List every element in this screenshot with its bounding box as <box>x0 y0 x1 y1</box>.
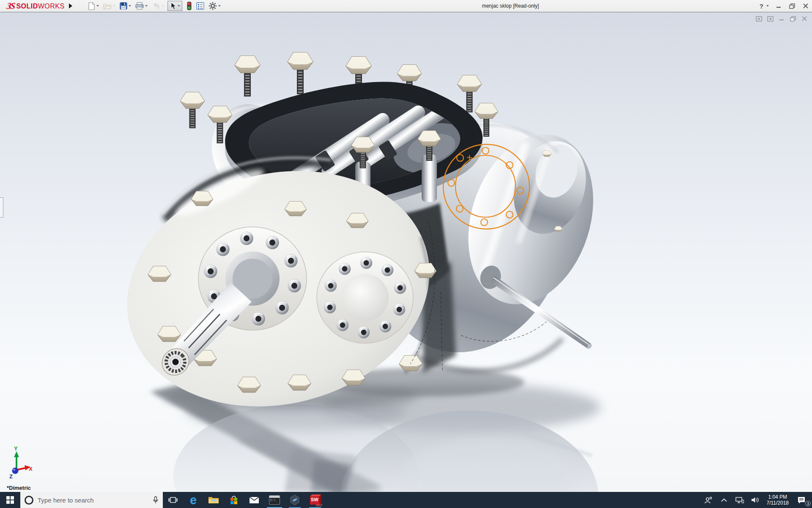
window-close-icon[interactable] <box>802 2 809 10</box>
clock-time: 1:04 PM <box>767 494 789 500</box>
reference-triad: Y X Z <box>9 445 33 480</box>
windows-logo-icon <box>6 496 14 504</box>
mail-icon <box>249 497 259 504</box>
select-tool-button[interactable] <box>167 1 182 11</box>
hidden-icons-chevron-icon[interactable] <box>718 492 730 508</box>
show-left-pane-icon[interactable] <box>755 15 762 22</box>
axis-label-x: X <box>29 466 33 472</box>
action-center-button[interactable]: 3 <box>794 492 809 508</box>
file-explorer-button[interactable] <box>203 492 224 508</box>
view-orientation-label: *Dimetric <box>7 485 31 491</box>
microphone-icon[interactable] <box>153 496 159 504</box>
solidworks-logo-glyph: ЗS <box>6 1 15 11</box>
taskbar-pinned-icons: e <box>163 492 325 508</box>
cortana-icon <box>25 496 33 505</box>
document-title: menjac sklop [Read-only] <box>482 3 539 9</box>
model-3d-gearbox-assembly[interactable]: Y X Z <box>0 0 812 508</box>
window-controls: ? <box>760 0 809 12</box>
document-minimize-icon[interactable] <box>778 15 785 22</box>
brand-name-light: WORKS <box>38 3 65 10</box>
taskbar-search-box[interactable] <box>20 492 163 508</box>
hex-app-button[interactable] <box>285 492 305 508</box>
solidworks-app-icon: SW 2017 <box>310 494 321 505</box>
solidworks-window: Y X Z *Dimetric ЗS SOLIDWORKS <box>0 0 812 508</box>
store-button[interactable] <box>224 492 244 508</box>
system-tray: 1:04 PM 7/11/2018 3 <box>702 492 812 508</box>
file-properties-button[interactable] <box>195 1 205 11</box>
open-document-button[interactable] <box>102 2 116 11</box>
axis-label-z: Z <box>9 473 13 480</box>
command-prompt-button[interactable]: C:\ <box>264 492 285 508</box>
clock-date: 7/11/2018 <box>767 500 789 506</box>
featuremanager-collapsed-tab[interactable] <box>0 197 3 218</box>
command-prompt-icon: C:\ <box>269 495 280 505</box>
action-center-icon <box>797 496 806 504</box>
help-button[interactable]: ? <box>760 3 769 10</box>
store-icon <box>230 495 238 505</box>
bearing-cover-hub[interactable] <box>317 252 413 343</box>
solidworks-logo: ЗS SOLIDWORKS <box>7 1 65 11</box>
volume-icon[interactable] <box>749 492 761 508</box>
axis-label-y: Y <box>14 445 18 452</box>
print-button[interactable] <box>134 1 148 11</box>
document-close-icon[interactable] <box>801 15 808 22</box>
network-icon[interactable] <box>734 492 746 508</box>
edge-browser-button[interactable]: e <box>183 492 203 508</box>
options-button[interactable] <box>208 1 222 11</box>
select-tool-caret[interactable] <box>178 5 180 7</box>
window-restore-icon[interactable] <box>788 2 796 10</box>
window-minimize-icon[interactable] <box>775 2 782 10</box>
toolbar-flyout-icon[interactable] <box>69 3 72 8</box>
document-restore-icon[interactable] <box>790 15 796 22</box>
undo-button[interactable] <box>151 2 165 10</box>
solidworks-taskbar-button[interactable]: SW 2017 <box>305 492 325 508</box>
hex-app-icon <box>290 494 300 505</box>
start-button[interactable] <box>0 492 20 508</box>
search-input[interactable] <box>38 497 139 504</box>
windows-taskbar: e <box>0 492 812 508</box>
file-explorer-icon <box>208 496 219 504</box>
edge-icon: e <box>190 494 197 505</box>
document-window-controls <box>755 15 808 22</box>
rebuild-button[interactable] <box>186 0 193 11</box>
titlebar: ЗS SOLIDWORKS <box>0 0 812 12</box>
mail-button[interactable] <box>244 492 264 508</box>
new-document-button[interactable] <box>87 1 100 11</box>
taskbar-clock[interactable]: 1:04 PM 7/11/2018 <box>765 494 791 506</box>
save-button[interactable] <box>119 1 132 11</box>
brand-name-bold: SOLID <box>16 3 38 10</box>
show-right-pane-icon[interactable] <box>767 15 774 22</box>
notification-badge: 3 <box>805 501 811 506</box>
task-view-button[interactable] <box>163 492 183 508</box>
people-icon[interactable] <box>702 492 714 508</box>
quick-access-toolbar <box>87 0 224 12</box>
